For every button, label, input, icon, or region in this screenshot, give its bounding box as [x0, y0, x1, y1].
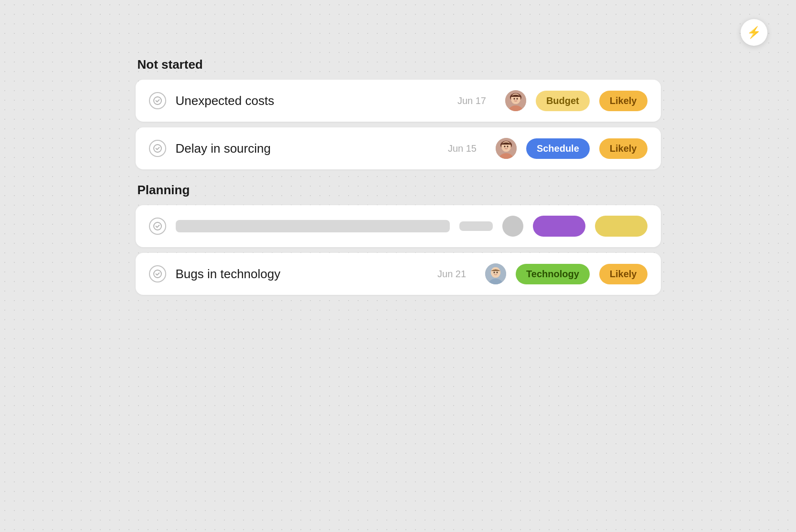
task-date: Jun 15	[448, 143, 486, 154]
avatar	[502, 216, 523, 237]
svg-point-21	[491, 267, 500, 278]
section-not-started: Not started Unexpected costsJun 17 Budge…	[136, 57, 661, 169]
tag-likely-yellow[interactable]: Likely	[599, 264, 647, 284]
check-icon[interactable]	[149, 265, 166, 282]
tag-technology[interactable]: Technology	[516, 264, 590, 284]
section-title-not-started: Not started	[138, 57, 661, 72]
tag-purple-bar[interactable]	[533, 216, 585, 237]
avatar	[485, 263, 506, 284]
loading-date	[459, 221, 493, 231]
loading-title	[176, 220, 450, 232]
task-card-delay-in-sourcing[interactable]: Delay in sourcingJun 15 ScheduleLikely	[136, 127, 661, 169]
tag-schedule[interactable]: Schedule	[526, 138, 590, 159]
svg-point-0	[154, 97, 161, 104]
task-title: Delay in sourcing	[176, 141, 438, 156]
task-title: Unexpected costs	[176, 94, 448, 108]
check-icon[interactable]	[149, 140, 166, 157]
svg-point-16	[154, 222, 161, 230]
avatar	[505, 90, 526, 111]
flash-icon: ⚡	[747, 26, 761, 39]
svg-point-15	[507, 146, 508, 147]
task-date: Jun 17	[457, 95, 496, 106]
check-icon[interactable]	[149, 92, 166, 109]
task-title: Bugs in technology	[176, 267, 428, 282]
svg-point-17	[154, 270, 161, 278]
svg-point-14	[504, 146, 505, 147]
flash-button[interactable]: ⚡	[741, 19, 767, 46]
tag-likely-yellow[interactable]: Likely	[599, 91, 647, 111]
svg-point-8	[154, 145, 161, 152]
check-icon[interactable]	[149, 218, 166, 235]
svg-point-6	[513, 98, 515, 100]
tag-likely-yellow[interactable]: Likely	[599, 138, 647, 159]
section-planning: Planning Bugs in technologyJun 21 Techno…	[136, 183, 661, 295]
section-title-planning: Planning	[138, 183, 661, 198]
svg-point-23	[497, 271, 498, 273]
task-date: Jun 21	[437, 269, 476, 280]
task-card-unexpected-costs[interactable]: Unexpected costsJun 17 BudgetLikely	[136, 80, 661, 122]
task-card-bugs-in-technology[interactable]: Bugs in technologyJun 21 TechnologyLikel…	[136, 253, 661, 295]
main-content: Not started Unexpected costsJun 17 Budge…	[136, 57, 661, 303]
task-card-loading-item[interactable]	[136, 205, 661, 247]
tag-budget[interactable]: Budget	[536, 91, 590, 111]
svg-point-7	[516, 98, 518, 100]
svg-point-22	[494, 271, 495, 273]
tag-yellow-bar[interactable]	[595, 216, 647, 237]
avatar	[496, 138, 517, 159]
